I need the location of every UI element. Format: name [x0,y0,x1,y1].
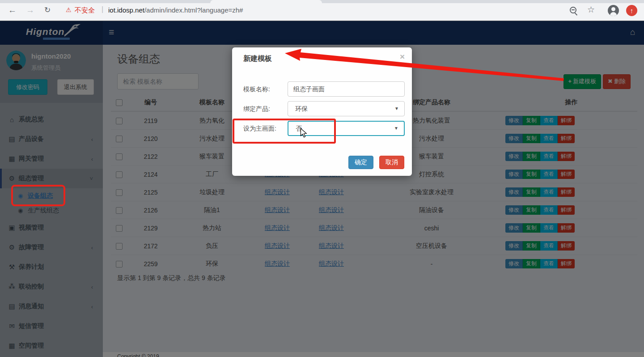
bookmark-star-icon[interactable]: ☆ [587,4,595,15]
caret-down-icon: ▼ [394,102,399,116]
browser-forward-icon: → [26,5,34,16]
browser-update-icon[interactable]: ↑ [626,5,637,16]
caret-down-icon: ▼ [394,122,398,135]
browser-refresh-icon[interactable]: ↻ [44,5,51,16]
cancel-button[interactable]: 取消 [379,156,404,169]
insecure-warning-label[interactable]: 不安全 [75,6,95,15]
main-screen-select[interactable]: 否▼ [288,121,405,136]
main-screen-label: 设为主画面: [243,121,290,136]
url-host: iot.idosp.net [108,6,144,14]
zoom-out-icon[interactable] [570,7,576,13]
modal-title: 新建模板 [243,54,272,64]
modal-close-icon[interactable]: × [400,52,405,62]
template-name-input[interactable]: 组态子画面 [288,81,405,97]
bind-product-label: 绑定产品: [243,101,290,116]
browser-tabstrip [0,0,644,3]
browser-profile-icon[interactable] [608,5,619,16]
browser-tab[interactable] [210,0,322,3]
url-path: /admin/index.html?language=zh# [144,6,243,14]
url-bar[interactable]: iot.idosp.net/admin/index.html?language=… [108,6,243,14]
template-name-label: 模板名称: [243,81,290,97]
screenshot-stage: ← → ↻ ⚠ 不安全 | iot.idosp.net/admin/index.… [0,0,644,357]
browser-chrome: ← → ↻ ⚠ 不安全 | iot.idosp.net/admin/index.… [0,0,644,21]
bind-product-select[interactable]: 环保▼ [288,101,405,116]
new-template-modal: 新建模板 × 模板名称: 组态子画面 绑定产品: 环保▼ 设为主画面: 否▼ 确… [232,47,412,176]
browser-back-icon[interactable]: ← [8,5,17,16]
url-separator: | [102,5,103,13]
insecure-warning-icon[interactable]: ⚠ [66,6,72,13]
confirm-button[interactable]: 确定 [348,156,373,169]
